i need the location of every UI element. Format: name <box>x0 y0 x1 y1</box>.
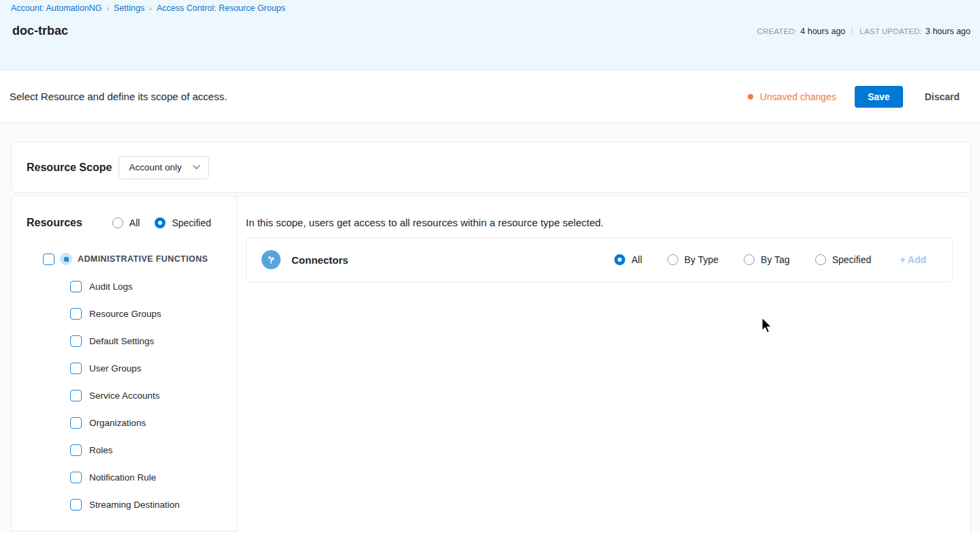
item-checkbox[interactable] <box>70 499 82 511</box>
title-row: doc-trbac CREATED: 4 hours ago LAST UPDA… <box>11 24 970 38</box>
connectors-row: Connectors All By Type By Tag <box>246 237 953 282</box>
list-item-resource-groups: Resource Groups <box>12 300 236 327</box>
group-checkbox[interactable] <box>43 254 54 265</box>
radio-selected-icon[interactable] <box>155 217 165 228</box>
option-by-tag[interactable]: By Tag <box>744 254 790 265</box>
option-all-label: All <box>631 254 642 265</box>
item-label: Resource Groups <box>89 309 161 319</box>
radio-icon[interactable] <box>815 254 826 265</box>
item-checkbox[interactable] <box>70 281 82 292</box>
option-specified-label: Specified <box>832 254 872 265</box>
add-button[interactable]: + Add <box>900 254 926 265</box>
list-item-default-settings: Default Settings <box>12 327 236 354</box>
toolbar-description: Select Resource and define its scope of … <box>10 91 227 102</box>
group-toggle-icon[interactable] <box>60 253 72 265</box>
resources-scope-radio-group: All Specified <box>112 217 211 228</box>
list-item-user-groups: User Groups <box>12 354 236 382</box>
toolbar: Select Resource and define its scope of … <box>0 70 980 123</box>
connectors-label: Connectors <box>291 254 348 266</box>
unsaved-dot-icon <box>748 94 753 100</box>
group-label: ADMINISTRATIVE FUNCTIONS <box>78 254 208 264</box>
scope-detail-panel: In this scope, users get access to all r… <box>237 196 970 533</box>
discard-button[interactable]: Discard <box>925 91 960 102</box>
item-label: Audit Logs <box>89 281 133 292</box>
toolbar-actions: Unsaved changes Save Discard <box>748 86 960 108</box>
list-item-streaming-destination: Streaming Destination <box>12 491 236 518</box>
resource-scope-selected-value: Account only <box>129 162 181 172</box>
resources-panel: Resources All Specified <box>12 196 237 533</box>
content: Resource Scope Account only Resources Al… <box>0 123 980 533</box>
radio-icon[interactable] <box>667 254 678 265</box>
connectors-fork-arrows-icon <box>262 250 281 269</box>
resource-group-detail-page: Account: AutomationNG › Settings › Acces… <box>0 0 980 533</box>
toggle-dot-icon <box>64 257 69 262</box>
item-checkbox[interactable] <box>70 335 82 347</box>
created-label: CREATED: <box>757 27 797 35</box>
page-title: doc-trbac <box>12 24 68 38</box>
timestamps: CREATED: 4 hours ago LAST UPDATED: 3 hou… <box>757 26 970 36</box>
item-label: Notification Rule <box>89 472 156 483</box>
option-all[interactable]: All <box>614 254 642 265</box>
option-by-type-label: By Type <box>684 254 718 265</box>
resource-scope-dropdown[interactable]: Account only <box>118 156 208 179</box>
list-item-organizations: Organizations <box>12 409 236 436</box>
resources-card: Resources All Specified <box>11 196 971 533</box>
resource-type-tree: ADMINISTRATIVE FUNCTIONS Audit Logs Reso… <box>12 245 236 518</box>
breadcrumb-settings-link[interactable]: Settings <box>114 3 144 13</box>
radio-all-label: All <box>129 217 140 228</box>
radio-icon[interactable] <box>112 217 123 228</box>
radio-icon[interactable] <box>744 254 755 265</box>
meta-divider <box>852 26 853 36</box>
item-checkbox[interactable] <box>70 390 82 401</box>
resources-header: Resources All Specified <box>12 196 236 229</box>
item-checkbox[interactable] <box>70 308 82 320</box>
last-updated-label: LAST UPDATED: <box>859 27 922 35</box>
breadcrumb-access-control-link[interactable]: Access Control: Resource Groups <box>157 3 285 13</box>
created-value: 4 hours ago <box>800 27 845 36</box>
list-item-roles: Roles <box>12 436 236 463</box>
page-header: Account: AutomationNG › Settings › Acces… <box>0 0 980 70</box>
unsaved-changes-status: Unsaved changes <box>748 91 836 102</box>
breadcrumb: Account: AutomationNG › Settings › Acces… <box>11 3 970 13</box>
breadcrumb-separator-icon: › <box>149 4 152 12</box>
radio-specified-label: Specified <box>172 217 211 228</box>
list-item-service-accounts: Service Accounts <box>12 382 236 409</box>
option-specified[interactable]: Specified <box>815 254 872 265</box>
unsaved-changes-label: Unsaved changes <box>760 91 836 102</box>
option-by-tag-label: By Tag <box>761 254 790 265</box>
item-checkbox[interactable] <box>70 363 82 374</box>
item-label: Default Settings <box>89 336 154 346</box>
save-button[interactable]: Save <box>855 86 903 108</box>
item-label: Roles <box>89 445 113 455</box>
list-item-notification-rule: Notification Rule <box>12 463 236 491</box>
item-label: User Groups <box>89 363 142 374</box>
scope-description: In this scope, users get access to all r… <box>246 217 953 228</box>
connectors-access-options: All By Type By Tag Specified <box>614 254 926 265</box>
radio-selected-icon[interactable] <box>614 254 625 265</box>
breadcrumb-account-link[interactable]: Account: AutomationNG <box>11 3 101 13</box>
item-checkbox[interactable] <box>70 444 82 456</box>
item-checkbox[interactable] <box>70 472 82 483</box>
list-item-audit-logs: Audit Logs <box>12 273 236 300</box>
option-by-type[interactable]: By Type <box>667 254 718 265</box>
last-updated-value: 3 hours ago <box>926 27 970 36</box>
item-label: Organizations <box>89 418 146 428</box>
item-label: Service Accounts <box>89 391 160 401</box>
resource-scope-title: Resource Scope <box>27 162 112 174</box>
radio-all[interactable]: All <box>112 217 140 228</box>
radio-specified[interactable]: Specified <box>155 217 211 228</box>
item-checkbox[interactable] <box>70 417 82 429</box>
breadcrumb-separator-icon: › <box>106 4 109 12</box>
resources-title: Resources <box>27 217 82 229</box>
item-label: Streaming Destination <box>89 500 180 510</box>
chevron-down-icon <box>193 165 200 170</box>
group-administrative-functions: ADMINISTRATIVE FUNCTIONS <box>12 245 236 273</box>
resource-scope-card: Resource Scope Account only <box>11 142 971 193</box>
